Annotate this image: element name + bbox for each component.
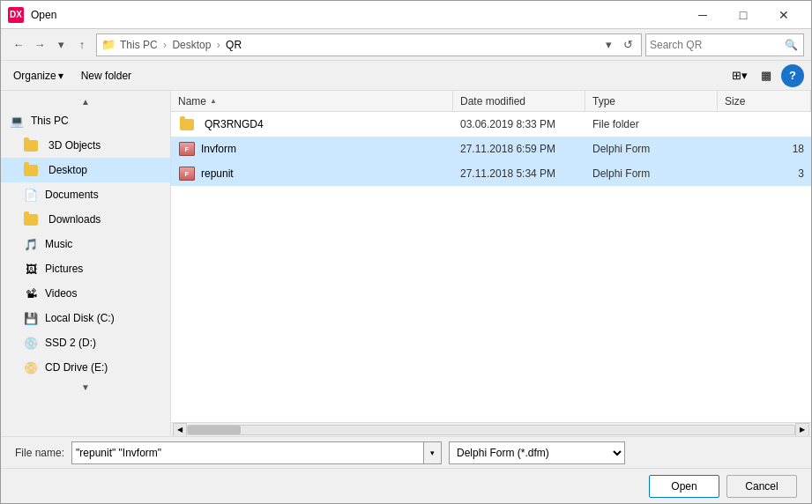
sidebar-item-local-disk-c-label: Local Disk (C:) — [45, 312, 115, 324]
filetype-select-wrap: Delphi Form (*.dfm) — [449, 441, 625, 464]
sidebar-item-3d-objects[interactable]: 3D Objects — [1, 133, 170, 158]
delphi-form-icon-2: F — [179, 167, 195, 181]
main-content: ▲ 💻 This PC 3D Objects Desktop 📄 Documen… — [1, 91, 811, 436]
col-date-label: Date modified — [460, 95, 525, 107]
pane-icon: ▦ — [761, 69, 771, 82]
search-button[interactable]: 🔍 — [782, 36, 800, 54]
file-item-qr3rngd4-name: QR3RNGD4 — [171, 112, 453, 137]
col-size-label: Size — [725, 95, 745, 107]
organize-button[interactable]: Organize ▾ — [8, 64, 69, 87]
window-controls: ─ □ ✕ — [682, 1, 804, 29]
filename-input[interactable] — [71, 441, 424, 464]
forward-button[interactable]: → — [29, 34, 50, 56]
address-part-2: Desktop — [172, 39, 211, 51]
up-button[interactable]: ↑ — [71, 34, 93, 56]
sidebar-item-local-disk-c[interactable]: 💾 Local Disk (C:) — [1, 306, 170, 330]
file-list: QR3RNGD4 03.06.2019 8:33 PM File folder … — [171, 112, 811, 422]
dialog-buttons: Open Cancel — [1, 468, 811, 503]
col-name-sort: ▲ — [210, 97, 217, 105]
file-list-container: Name ▲ Date modified Type Size — [171, 91, 811, 436]
address-part-1: This PC — [120, 39, 158, 51]
open-dialog: DX Open ─ □ ✕ ← → ▾ ↑ 📁 This PC › Deskto… — [0, 0, 812, 504]
this-pc-icon: 💻 — [8, 112, 26, 130]
sidebar-scroll-up[interactable]: ▲ — [1, 94, 170, 108]
desktop-icon — [22, 161, 40, 179]
back-button[interactable]: ← — [8, 34, 29, 56]
view-arrow-icon: ▾ — [741, 69, 748, 82]
address-folder-icon: 📁 — [101, 37, 116, 53]
file-qr3rngd4-type: File folder — [585, 118, 718, 130]
file-item-qr3rngd4[interactable]: QR3RNGD4 03.06.2019 8:33 PM File folder — [171, 112, 811, 137]
sidebar-scroll-down[interactable]: ▼ — [1, 380, 170, 394]
sidebar-item-pictures-label: Pictures — [45, 263, 83, 275]
pictures-icon: 🖼 — [22, 260, 40, 278]
dialog-title: Open — [31, 9, 682, 21]
h-scroll-left[interactable]: ◀ — [173, 423, 187, 437]
sidebar-item-videos-label: Videos — [45, 287, 77, 300]
file-repunit-size: 3 — [718, 167, 811, 180]
app-icon: DX — [8, 7, 24, 23]
sidebar: ▲ 💻 This PC 3D Objects Desktop 📄 Documen… — [1, 91, 171, 436]
sidebar-item-documents-label: Documents — [45, 189, 99, 201]
sidebar-item-music[interactable]: 🎵 Music — [1, 232, 170, 256]
file-item-repunit[interactable]: F repunit 27.11.2018 5:34 PM Delphi Form… — [171, 161, 811, 186]
help-button[interactable]: ? — [781, 64, 804, 87]
pane-button[interactable]: ▦ — [755, 64, 778, 87]
sidebar-item-downloads[interactable]: Downloads — [1, 207, 170, 232]
file-invform-icon: F — [178, 140, 196, 158]
refresh-button[interactable]: ↺ — [618, 35, 637, 55]
address-sep-2: › — [217, 39, 223, 51]
sidebar-item-pictures[interactable]: 🖼 Pictures — [1, 256, 170, 281]
open-button[interactable]: Open — [649, 475, 719, 498]
file-invform-label: Invform — [201, 143, 236, 155]
maximize-button[interactable]: □ — [723, 1, 764, 29]
filename-dropdown-button[interactable]: ▾ — [424, 441, 442, 464]
file-item-invform[interactable]: F Invform 27.11.2018 6:59 PM Delphi Form… — [171, 137, 811, 161]
sidebar-item-ssd-d[interactable]: 💿 SSD 2 (D:) — [1, 330, 170, 355]
filetype-select[interactable]: Delphi Form (*.dfm) — [449, 441, 625, 464]
navigation-toolbar: ← → ▾ ↑ 📁 This PC › Desktop › QR ▾ ↺ 🔍 — [1, 29, 811, 61]
search-input[interactable] — [650, 39, 782, 51]
col-header-name[interactable]: Name ▲ — [171, 91, 453, 111]
col-header-size[interactable]: Size — [718, 91, 811, 111]
title-bar: DX Open ─ □ ✕ — [1, 1, 811, 29]
file-item-invform-name: F Invform — [171, 137, 453, 161]
sidebar-item-videos[interactable]: 📽 Videos — [1, 281, 170, 306]
cancel-button[interactable]: Cancel — [726, 475, 797, 498]
documents-icon: 📄 — [22, 186, 40, 204]
sidebar-item-cd-drive-e-label: CD Drive (E:) — [45, 361, 108, 374]
h-scroll-track[interactable] — [187, 425, 795, 435]
cd-drive-e-icon: 📀 — [22, 359, 40, 376]
address-bar[interactable]: 📁 This PC › Desktop › QR ▾ ↺ — [96, 33, 642, 56]
sidebar-item-documents[interactable]: 📄 Documents — [1, 182, 170, 207]
file-repunit-date: 27.11.2018 5:34 PM — [453, 167, 585, 180]
file-item-repunit-name: F repunit — [171, 161, 453, 186]
downloads-icon — [22, 211, 40, 228]
organize-arrow: ▾ — [58, 70, 63, 82]
sidebar-item-ssd-d-label: SSD 2 (D:) — [45, 337, 96, 349]
col-type-label: Type — [592, 95, 615, 107]
file-invform-size: 18 — [718, 143, 811, 155]
col-header-type[interactable]: Type — [585, 91, 718, 111]
minimize-button[interactable]: ─ — [682, 1, 723, 29]
history-dropdown-button[interactable]: ▾ — [50, 34, 71, 56]
col-name-label: Name — [178, 95, 206, 107]
file-list-header: Name ▲ Date modified Type Size — [171, 91, 811, 112]
file-name-bar: File name: ▾ Delphi Form (*.dfm) — [1, 436, 811, 468]
col-header-date[interactable]: Date modified — [453, 91, 585, 111]
search-bar[interactable]: 🔍 — [645, 33, 804, 56]
address-part-3: QR — [226, 39, 242, 51]
change-view-button[interactable]: ⊞ ▾ — [728, 64, 751, 87]
delphi-form-icon: F — [179, 142, 195, 156]
sidebar-item-desktop[interactable]: Desktop — [1, 158, 170, 182]
address-dropdown-button[interactable]: ▾ — [599, 35, 618, 55]
new-folder-button[interactable]: New folder — [76, 64, 137, 87]
sidebar-item-desktop-label: Desktop — [48, 164, 87, 176]
filename-input-wrap: ▾ — [71, 441, 442, 464]
organize-label: Organize — [13, 70, 56, 82]
sidebar-item-cd-drive-e[interactable]: 📀 CD Drive (E:) — [1, 355, 170, 380]
sidebar-item-this-pc[interactable]: 💻 This PC — [1, 108, 170, 133]
close-button[interactable]: ✕ — [764, 1, 804, 29]
horizontal-scrollbar: ◀ ▶ — [171, 422, 811, 436]
h-scroll-right[interactable]: ▶ — [795, 423, 809, 437]
